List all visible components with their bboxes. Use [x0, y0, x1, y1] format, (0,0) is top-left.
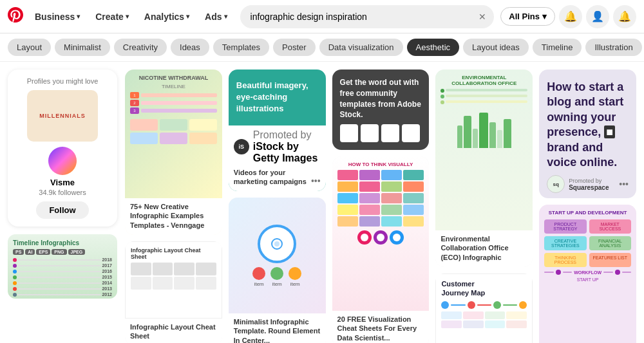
svg-point-1	[274, 241, 279, 246]
more-options-icon[interactable]: •••	[619, 179, 629, 189]
chevron-down-icon: ▾	[126, 13, 129, 20]
left-panel: Profiles you might love MILLENNIALS Vism…	[8, 70, 117, 343]
pin-title: Videos for your marketing campaigns	[234, 168, 321, 187]
promoted-name: iStock by Getty Images	[253, 141, 321, 164]
promoted-sub: Promoted by	[253, 129, 321, 141]
pin-item[interactable]: NICOTINE WITHDRAWAL TIMELINE 1 2 3 75+	[125, 70, 222, 235]
pin-content: Infographic Layout Cheat Sheet	[125, 319, 222, 343]
pin-title: Infographic Layout Cheat Sheet	[130, 322, 217, 341]
search-input[interactable]	[240, 5, 495, 28]
pin-content: Minimalist Infographic Template. Round E…	[229, 313, 326, 343]
search-bar: ✕	[240, 5, 495, 28]
filter-pill-creativity[interactable]: Creativity	[114, 39, 167, 56]
all-pins-button[interactable]: All Pins ▾	[500, 7, 555, 26]
pin-item[interactable]: Infographic Layout Cheat Sheet Infograph…	[125, 241, 222, 343]
more-notifications-icon[interactable]: 🔔	[613, 5, 636, 28]
pin-item[interactable]: Beautiful imagery, eye-catching illustra…	[229, 70, 326, 191]
nav-create[interactable]: Create ▾	[89, 8, 135, 26]
pin-promoted: iS Promoted by iStock by Getty Images	[229, 125, 326, 168]
filter-pill-poster[interactable]: Poster	[273, 39, 316, 56]
notifications-button[interactable]: 🔔	[559, 5, 582, 28]
pin-content: 20 FREE Visualization Cheat Sheets For E…	[332, 311, 430, 343]
nav-links: Business ▾ Create ▾ Analytics ▾ Ads ▾	[28, 8, 234, 26]
nav-right: All Pins ▾ 🔔 👤 🔔	[500, 5, 636, 28]
more-options-icon[interactable]: •••	[311, 176, 321, 186]
pin-item[interactable]: ENVIRONMENTAL COLLABORATION OFFICE	[435, 70, 533, 267]
user-avatar[interactable]: 👤	[586, 5, 609, 28]
filter-pill-layout[interactable]: Layout	[8, 39, 51, 56]
profile-banner: MILLENNIALS	[27, 90, 98, 142]
chevron-down-icon: ▾	[186, 13, 189, 20]
profile-card: Profiles you might love MILLENNIALS Vism…	[8, 70, 117, 227]
squarespace-ad[interactable]: How to start a blog and start owning you…	[539, 70, 636, 198]
pin-content: Environmental Collaboration Office (ECO)…	[435, 230, 533, 267]
avatar	[48, 147, 77, 175]
follow-button[interactable]: Follow	[36, 201, 88, 219]
pinterest-logo[interactable]	[8, 7, 23, 26]
filter-pill-aesthetic[interactable]: Aesthetic	[407, 39, 459, 56]
ad-headline: How to start a blog and start owning you…	[539, 70, 636, 175]
pin-item[interactable]: CustomerJourney Map	[435, 273, 533, 343]
pin-title: 20 FREE Visualization Cheat Sheets For E…	[337, 315, 424, 342]
nav-business[interactable]: Business ▾	[28, 8, 86, 26]
filter-bar: LayoutMinimalistCreativityIdeasTemplates…	[0, 33, 644, 62]
adobe-pin[interactable]: Get the word out with free community tem…	[332, 70, 430, 150]
filter-pill-templates[interactable]: Templates	[213, 39, 269, 56]
pin-item[interactable]: START UP AND DEVELOPMENT PRODUCT STRATEG…	[539, 205, 636, 343]
filter-pill-ideas[interactable]: Ideas	[171, 39, 209, 56]
pin-grid: NICOTINE WITHDRAWAL TIMELINE 1 2 3 75+	[125, 70, 636, 343]
chevron-down-icon: ▾	[224, 13, 227, 20]
chevron-down-icon: ▾	[542, 12, 547, 21]
timeline-title: Timeline Infographics PS AI EPS PNG JPEG…	[8, 234, 117, 299]
profile-card-title: Profiles you might love	[15, 77, 109, 85]
adobe-text: Get the word out with free community tem…	[332, 70, 430, 150]
nav-ads[interactable]: Ads ▾	[198, 8, 233, 26]
profile-name: Visme	[15, 178, 109, 187]
pin-text: Beautiful imagery, eye-catching illustra…	[229, 70, 326, 125]
filter-pill-illustration[interactable]: Illustration	[585, 39, 641, 56]
clear-search-icon[interactable]: ✕	[478, 12, 486, 22]
navbar: Business ▾ Create ▾ Analytics ▾ Ads ▾ ✕ …	[0, 0, 644, 33]
promoted-avatar: iS	[234, 139, 249, 154]
chevron-down-icon: ▾	[77, 13, 80, 20]
filter-pill-timeline[interactable]: Timeline	[533, 39, 582, 56]
filter-pill-data-visualization[interactable]: Data visualization	[319, 39, 403, 56]
pin-item[interactable]: HOW TO THINK VISUALLY	[332, 156, 430, 343]
nav-analytics[interactable]: Analytics ▾	[138, 8, 196, 26]
pin-title: 75+ New Creative Infographic Examples Te…	[130, 202, 217, 230]
main-content: Profiles you might love MILLENNIALS Vism…	[0, 62, 644, 343]
filter-pill-minimalist[interactable]: Minimalist	[55, 39, 110, 56]
filter-pill-layout-ideas[interactable]: Layout ideas	[463, 39, 529, 56]
pin-content: 75+ New Creative Infographic Examples Te…	[125, 198, 222, 235]
profile-followers: 34.9k followers	[15, 189, 109, 196]
pin-item[interactable]: item item item Minimalist Infographic Te…	[229, 198, 326, 343]
pin-title: Minimalist Infographic Template. Round E…	[234, 317, 321, 343]
pin-title: Environmental Collaboration Office (ECO)…	[440, 234, 527, 262]
timeline-pin[interactable]: Timeline Infographics PS AI EPS PNG JPEG…	[8, 234, 117, 299]
